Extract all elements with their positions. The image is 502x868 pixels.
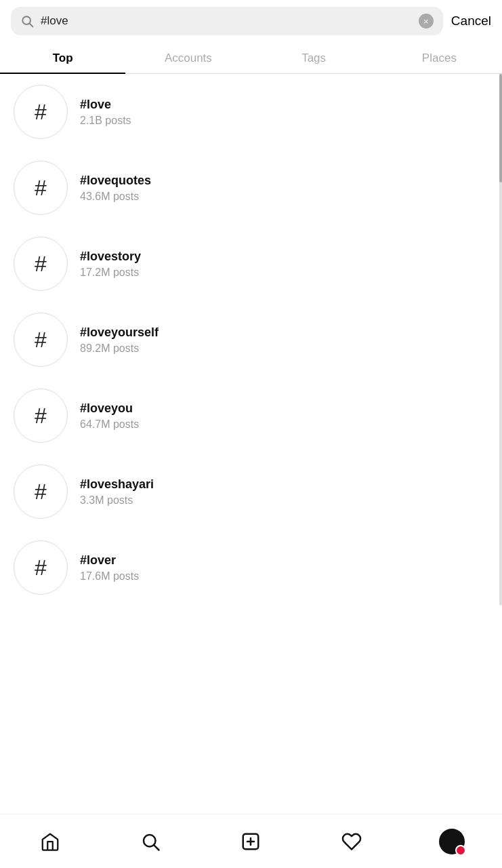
cancel-button[interactable]: Cancel — [451, 11, 491, 31]
result-count: 43.6M posts — [80, 191, 151, 203]
result-count: 3.3M posts — [80, 494, 154, 507]
hashtag-symbol: # — [35, 328, 47, 353]
result-tag: #lovequotes — [80, 174, 151, 188]
result-tag: #loveyourself — [80, 326, 159, 340]
nav-search[interactable] — [130, 821, 171, 862]
search-query[interactable]: #love — [41, 14, 412, 28]
hashtag-icon-circle: # — [14, 540, 68, 595]
home-icon — [40, 831, 60, 852]
bottom-nav — [0, 814, 502, 868]
tabs-bar: Top Accounts Tags Places — [0, 42, 502, 74]
hashtag-icon-circle: # — [14, 85, 68, 139]
list-item[interactable]: # #lover 17.6M posts — [0, 530, 502, 606]
result-count: 64.7M posts — [80, 418, 139, 431]
result-info: #lovestory 17.2M posts — [80, 250, 141, 279]
result-info: #lovequotes 43.6M posts — [80, 174, 151, 203]
result-info: #lover 17.6M posts — [80, 553, 139, 583]
search-nav-icon — [140, 831, 161, 852]
tab-top[interactable]: Top — [0, 42, 125, 73]
tab-places[interactable]: Places — [377, 42, 502, 73]
hashtag-icon-circle: # — [14, 161, 68, 215]
tab-tags[interactable]: Tags — [251, 42, 377, 73]
list-item[interactable]: # #lovestory 17.2M posts — [0, 226, 502, 302]
hashtag-symbol: # — [35, 403, 47, 429]
avatar — [439, 829, 465, 854]
tab-accounts[interactable]: Accounts — [125, 42, 251, 73]
list-item[interactable]: # #loveyou 64.7M posts — [0, 378, 502, 454]
result-count: 17.2M posts — [80, 267, 141, 279]
list-item[interactable]: # #love 2.1B posts — [0, 74, 502, 150]
hashtag-icon-circle: # — [14, 465, 68, 519]
results-list: # #love 2.1B posts # #lovequotes 43.6M p… — [0, 74, 502, 606]
list-item[interactable]: # #lovequotes 43.6M posts — [0, 150, 502, 226]
hashtag-icon-circle: # — [14, 389, 68, 443]
hashtag-symbol: # — [35, 555, 47, 580]
create-icon — [240, 831, 261, 852]
result-info: #loveyourself 89.2M posts — [80, 326, 159, 355]
search-icon — [20, 14, 34, 28]
list-item[interactable]: # #loveyourself 89.2M posts — [0, 302, 502, 378]
result-tag: #lover — [80, 553, 139, 568]
result-tag: #loveshayari — [80, 477, 154, 492]
hashtag-icon-circle: # — [14, 237, 68, 291]
svg-line-3 — [154, 845, 159, 850]
heart-icon — [341, 831, 362, 852]
result-count: 17.6M posts — [80, 570, 139, 583]
result-info: #loveyou 64.7M posts — [80, 401, 139, 431]
hashtag-symbol: # — [35, 479, 47, 505]
scrollbar-track — [499, 74, 502, 606]
nav-create[interactable] — [230, 821, 271, 862]
result-info: #love 2.1B posts — [80, 98, 131, 127]
search-input-container: #love × — [11, 7, 443, 35]
hashtag-icon-circle: # — [14, 313, 68, 367]
nav-home[interactable] — [30, 821, 70, 862]
scrollbar-thumb — [499, 74, 502, 182]
result-info: #loveshayari 3.3M posts — [80, 477, 154, 507]
result-tag: #loveyou — [80, 401, 139, 416]
result-count: 89.2M posts — [80, 342, 159, 355]
clear-search-button[interactable]: × — [419, 14, 434, 28]
result-tag: #love — [80, 98, 131, 112]
svg-line-1 — [30, 24, 33, 27]
hashtag-symbol: # — [35, 252, 47, 277]
nav-activity[interactable] — [331, 821, 372, 862]
result-tag: #lovestory — [80, 250, 141, 264]
hashtag-symbol: # — [35, 100, 47, 125]
result-count: 2.1B posts — [80, 115, 131, 127]
hashtag-symbol: # — [35, 176, 47, 201]
search-bar: #love × Cancel — [0, 0, 502, 42]
list-item[interactable]: # #loveshayari 3.3M posts — [0, 454, 502, 530]
nav-profile[interactable] — [432, 821, 472, 862]
